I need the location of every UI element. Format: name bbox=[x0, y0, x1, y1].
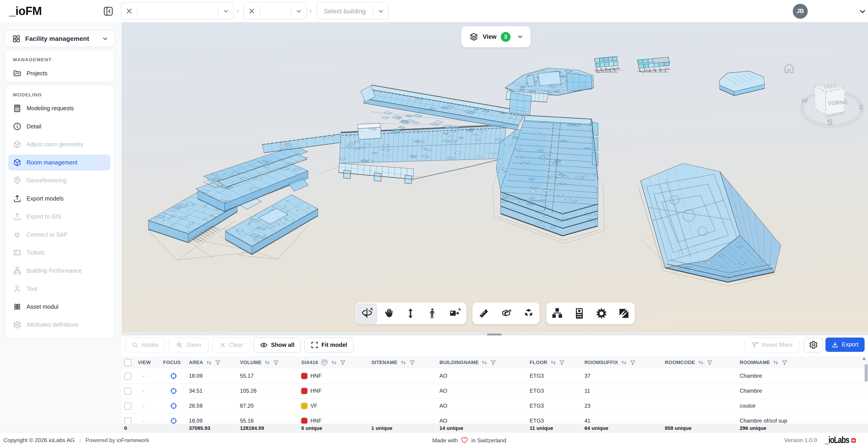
svg-text:E: E bbox=[859, 103, 864, 111]
svg-text:W: W bbox=[801, 97, 808, 104]
svg-text:S: S bbox=[827, 118, 833, 127]
svg-text:VORNE: VORNE bbox=[828, 99, 848, 106]
